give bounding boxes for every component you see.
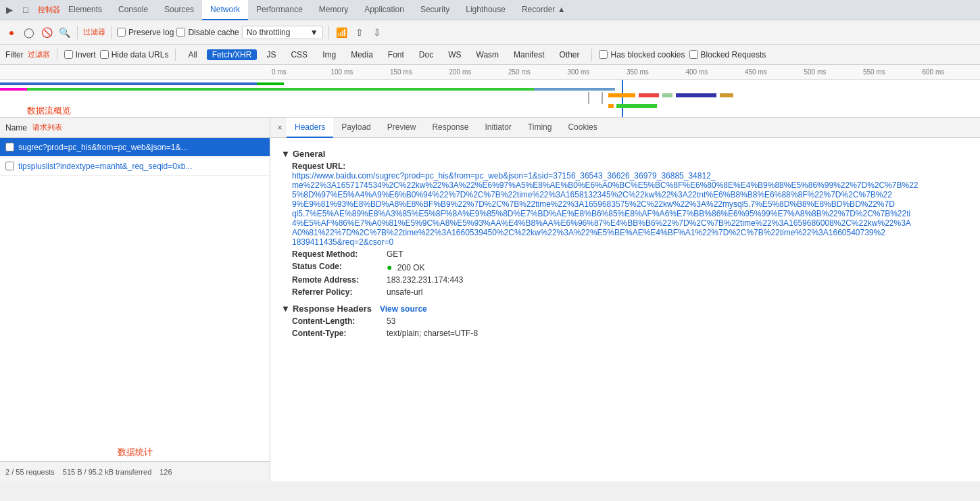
data-flow-label: 数据流概览 bbox=[27, 105, 71, 117]
tick-11: 600 ms bbox=[921, 68, 981, 76]
clear-button[interactable]: 🚫 bbox=[39, 25, 54, 40]
referrer-policy-row: Referrer Policy: unsafe-url bbox=[292, 287, 969, 297]
content-length-label: Content-Length: bbox=[292, 316, 387, 326]
content-type-value: text/plain; charset=UTF-8 bbox=[387, 329, 478, 338]
filter-row: Filter 过滤器 Invert Hide data URLs All Fet… bbox=[0, 45, 980, 65]
filter-btn-css[interactable]: CSS bbox=[285, 49, 313, 60]
tab-console[interactable]: Console bbox=[110, 0, 156, 20]
close-detail-button[interactable]: × bbox=[273, 121, 287, 135]
separator-3 bbox=[328, 26, 329, 39]
referrer-policy-value: unsafe-url bbox=[387, 287, 422, 297]
right-tab-preview[interactable]: Preview bbox=[379, 118, 424, 138]
right-tab-response[interactable]: Response bbox=[424, 118, 476, 138]
filter-btn-ws[interactable]: WS bbox=[443, 49, 466, 60]
tick-6: 350 ms bbox=[625, 68, 685, 76]
stop-button[interactable]: ◯ bbox=[22, 25, 36, 40]
upload-icon[interactable]: ⇧ bbox=[352, 25, 367, 40]
filter-sep-3 bbox=[591, 49, 592, 61]
tab-memory[interactable]: Memory bbox=[311, 0, 356, 20]
request-url-value: https://www.baidu.com/sugrec?prod=pc_his… bbox=[292, 171, 918, 247]
referrer-policy-label: Referrer Policy: bbox=[292, 287, 387, 297]
right-panel: × Headers Payload Preview Response Initi… bbox=[270, 118, 980, 481]
request-method-row: Request Method: GET bbox=[292, 249, 969, 259]
remote-address-row: Remote Address: 183.232.231.174:443 bbox=[292, 275, 969, 285]
network-row-name-1: tipspluslist?indextype=manht&_req_seqid=… bbox=[18, 162, 193, 171]
request-method-value: GET bbox=[387, 249, 403, 259]
request-url-row: Request URL: https://www.baidu.com/sugre… bbox=[292, 162, 969, 247]
content-length-value: 53 bbox=[387, 316, 395, 326]
download-icon[interactable]: ⇩ bbox=[370, 25, 385, 40]
response-headers-section-header[interactable]: ▼ Response Headers View source bbox=[281, 304, 969, 314]
right-tab-initiator[interactable]: Initiator bbox=[476, 118, 519, 138]
request-list-annotation: 请求列表 bbox=[32, 122, 62, 133]
tab-sources[interactable]: Sources bbox=[156, 0, 202, 20]
content-type-label: Content-Type: bbox=[292, 329, 387, 338]
general-toggle[interactable]: ▼ bbox=[281, 149, 290, 159]
tab-network[interactable]: Network bbox=[202, 0, 248, 20]
response-headers-toggle[interactable]: ▼ bbox=[281, 304, 290, 314]
view-source-link[interactable]: View source bbox=[380, 304, 427, 314]
tick-9: 500 ms bbox=[803, 68, 862, 76]
right-tab-bar: × Headers Payload Preview Response Initi… bbox=[270, 118, 980, 138]
filter-label: Filter bbox=[5, 50, 24, 59]
content-length-row: Content-Length: 53 bbox=[292, 316, 969, 326]
tab-lighthouse[interactable]: Lighthouse bbox=[458, 0, 514, 20]
tick-10: 550 ms bbox=[862, 68, 921, 76]
filter-sep bbox=[57, 49, 57, 61]
record-button[interactable]: ● bbox=[4, 25, 19, 40]
search-button[interactable]: 🔍 bbox=[57, 25, 72, 40]
filter-btn-fetchxhr[interactable]: Fetch/XHR bbox=[207, 49, 258, 60]
general-section-header[interactable]: ▼ General bbox=[281, 149, 969, 159]
data-stats-label: 数据统计 bbox=[0, 444, 270, 461]
timeline-visual bbox=[0, 80, 980, 117]
filter-btn-doc[interactable]: Doc bbox=[414, 49, 439, 60]
tick-2: 150 ms bbox=[389, 68, 448, 76]
inspect-icon[interactable]: □ bbox=[19, 3, 32, 17]
blocked-requests-checkbox[interactable]: Blocked Requests bbox=[689, 50, 766, 59]
left-panel-empty bbox=[0, 176, 270, 444]
name-col-label: Name bbox=[5, 123, 27, 133]
separator-2 bbox=[111, 26, 112, 39]
tick-0: 0 ms bbox=[270, 68, 330, 76]
filter-btn-wasm[interactable]: Wasm bbox=[471, 49, 505, 60]
remote-address-value: 183.232.231.174:443 bbox=[387, 275, 463, 285]
main-content: Name 请求列表 sugrec?prod=pc_his&from=pc_web… bbox=[0, 118, 980, 481]
filter-btn-other[interactable]: Other bbox=[554, 49, 585, 60]
filter-btn-all[interactable]: All bbox=[182, 49, 202, 60]
right-tab-headers[interactable]: Headers bbox=[287, 118, 333, 138]
request-url-label: Request URL: bbox=[292, 162, 387, 171]
throttle-select[interactable]: No throttling ▼ bbox=[242, 26, 323, 39]
hide-data-urls-checkbox[interactable]: Hide data URLs bbox=[100, 50, 169, 59]
network-row-0[interactable]: sugrec?prod=pc_his&from=pc_web&json=1&..… bbox=[0, 138, 270, 157]
status-bar: 2 / 55 requests 515 B / 95.2 kB transfer… bbox=[0, 461, 270, 481]
right-tab-timing[interactable]: Timing bbox=[520, 118, 560, 138]
content-type-row: Content-Type: text/plain; charset=UTF-8 bbox=[292, 329, 969, 338]
preserve-log-checkbox[interactable]: Preserve log bbox=[117, 28, 174, 37]
remote-address-label: Remote Address: bbox=[292, 275, 387, 285]
right-tab-cookies[interactable]: Cookies bbox=[560, 118, 605, 138]
filter-annotation: 过滤器 bbox=[83, 27, 105, 37]
filter-btn-js[interactable]: JS bbox=[261, 49, 281, 60]
tab-bar-icons: ▶ □ bbox=[3, 3, 32, 17]
filter-btn-img[interactable]: Img bbox=[317, 49, 341, 60]
tab-elements[interactable]: Elements bbox=[60, 0, 110, 20]
right-tab-payload[interactable]: Payload bbox=[333, 118, 378, 138]
tab-performance[interactable]: Performance bbox=[248, 0, 311, 20]
filter-btn-font[interactable]: Font bbox=[383, 49, 410, 60]
status-code-row: Status Code: ● 200 OK bbox=[292, 262, 969, 272]
separator-1 bbox=[77, 26, 78, 39]
network-row-1[interactable]: tipspluslist?indextype=manht&_req_seqid=… bbox=[0, 157, 270, 176]
tab-security[interactable]: Security bbox=[412, 0, 458, 20]
invert-checkbox[interactable]: Invert bbox=[64, 50, 96, 59]
wifi-icon[interactable]: 📶 bbox=[335, 25, 349, 40]
has-blocked-cookies-checkbox[interactable]: Has blocked cookies bbox=[599, 50, 685, 59]
request-method-label: Request Method: bbox=[292, 249, 387, 259]
left-panel-header: Name 请求列表 bbox=[0, 118, 270, 138]
cursor-icon[interactable]: ▶ bbox=[3, 3, 16, 17]
tab-application[interactable]: Application bbox=[356, 0, 412, 20]
disable-cache-checkbox[interactable]: Disable cache bbox=[176, 28, 239, 37]
tab-recorder[interactable]: Recorder ▲ bbox=[514, 0, 574, 20]
filter-btn-media[interactable]: Media bbox=[345, 49, 378, 60]
filter-btn-manifest[interactable]: Manifest bbox=[508, 49, 549, 60]
tick-7: 400 ms bbox=[685, 68, 744, 76]
